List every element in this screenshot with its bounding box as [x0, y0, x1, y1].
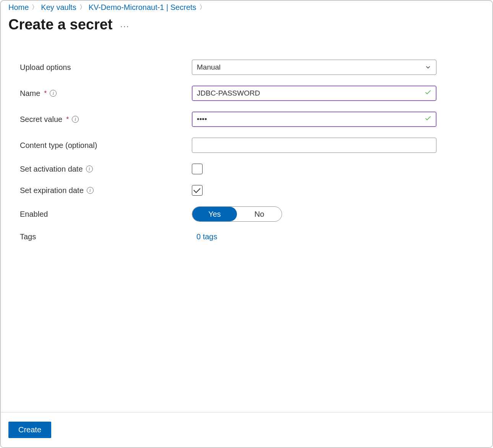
required-indicator: *: [66, 115, 69, 123]
breadcrumb-kv-secrets[interactable]: KV-Demo-Micronaut-1 | Secrets: [89, 3, 196, 12]
secret-value-input[interactable]: [192, 112, 436, 127]
content-type-input[interactable]: [192, 138, 436, 153]
info-icon[interactable]: i: [86, 166, 93, 172]
info-icon[interactable]: i: [72, 116, 79, 123]
label-activation-date: Set activation date: [20, 165, 83, 174]
upload-options-select[interactable]: Manual: [192, 60, 436, 75]
upload-options-value: Manual: [197, 63, 221, 71]
chevron-right-icon: 〉: [79, 3, 86, 11]
breadcrumb-home[interactable]: Home: [8, 3, 29, 12]
expiration-date-checkbox[interactable]: [192, 185, 203, 196]
breadcrumb-keyvaults[interactable]: Key vaults: [41, 3, 76, 12]
more-menu-icon[interactable]: ···: [120, 21, 130, 31]
label-tags: Tags: [20, 232, 36, 241]
check-icon: [424, 115, 432, 124]
label-enabled: Enabled: [20, 210, 48, 219]
toggle-yes[interactable]: Yes: [192, 207, 237, 221]
chevron-right-icon: 〉: [199, 3, 206, 11]
create-button[interactable]: Create: [8, 422, 51, 438]
info-icon[interactable]: i: [87, 187, 94, 194]
chevron-right-icon: 〉: [32, 3, 38, 11]
required-indicator: *: [44, 89, 47, 97]
name-input[interactable]: [192, 86, 436, 101]
label-name: Name: [20, 89, 40, 98]
toggle-no[interactable]: No: [237, 207, 282, 221]
info-icon[interactable]: i: [50, 90, 57, 97]
page-title: Create a secret: [8, 16, 113, 33]
label-expiration-date: Set expiration date: [20, 186, 84, 195]
label-secret-value: Secret value: [20, 115, 62, 124]
create-secret-form: Upload options Manual Name * i: [1, 37, 492, 412]
tags-link[interactable]: 0 tags: [192, 232, 217, 241]
breadcrumb: Home 〉 Key vaults 〉 KV-Demo-Micronaut-1 …: [1, 1, 492, 12]
chevron-down-icon: [425, 64, 431, 71]
label-content-type: Content type (optional): [20, 141, 97, 150]
footer: Create: [1, 412, 492, 447]
enabled-toggle[interactable]: Yes No: [192, 206, 282, 222]
label-upload-options: Upload options: [20, 63, 71, 72]
activation-date-checkbox[interactable]: [192, 164, 203, 174]
check-icon: [424, 89, 432, 98]
